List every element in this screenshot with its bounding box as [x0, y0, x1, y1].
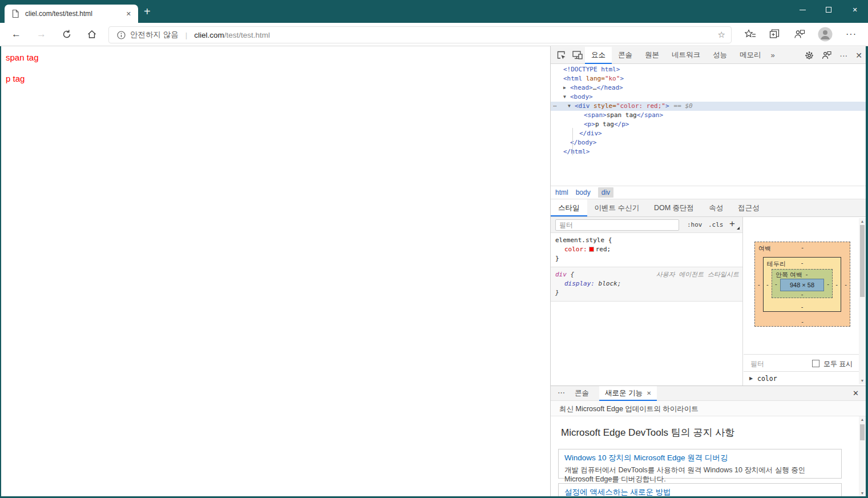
- box-model-border[interactable]: 테두리 - - - - 안쪽 여백 - - - - 948 × 58: [763, 257, 841, 312]
- tree-line-p[interactable]: <p>p tag</p>: [551, 120, 866, 129]
- tab-event-listeners[interactable]: 이벤트 수신기: [587, 199, 647, 216]
- tab-elements[interactable]: 요소: [585, 47, 612, 64]
- new-style-rule-button[interactable]: +: [729, 218, 735, 230]
- scroll-up-icon[interactable]: ▲: [859, 416, 866, 423]
- not-secure-info-icon[interactable]: [117, 31, 126, 39]
- tab-dom-breakpoints[interactable]: DOM 중단점: [647, 199, 701, 216]
- box-model-padding[interactable]: 안쪽 여백 - - - - 948 × 58: [772, 269, 833, 298]
- scroll-down-icon[interactable]: ▼: [859, 490, 866, 496]
- computed-color-section[interactable]: ▶ color: [744, 371, 859, 385]
- breadcrumb-div[interactable]: div: [598, 187, 613, 198]
- tab-properties[interactable]: 속성: [701, 199, 730, 216]
- news-link[interactable]: Windows 10 장치의 Microsoft Edge 원격 디버깅: [564, 453, 835, 463]
- add-favorite-star-icon[interactable]: ☆: [718, 30, 725, 40]
- window-frame-left: [0, 46, 1, 498]
- styles-filter-bar: :hov .cls +: [551, 217, 742, 233]
- drawer-scrollbar[interactable]: ▲ ▼: [859, 416, 866, 496]
- tree-line-span[interactable]: <span>span tag</span>: [551, 111, 866, 120]
- collapse-icon[interactable]: ▼: [568, 102, 575, 111]
- show-all-label: 모두 표시: [823, 359, 853, 369]
- browser-tab[interactable]: cliel.com/test/test.html ✕: [5, 5, 138, 23]
- scroll-down-icon[interactable]: ▼: [859, 377, 866, 384]
- url-path: /test/test.html: [224, 31, 718, 39]
- tab-console[interactable]: 콘솔: [612, 47, 639, 64]
- class-button[interactable]: .cls: [708, 221, 724, 228]
- scrollbar-thumb[interactable]: [860, 225, 865, 297]
- tree-line-html-open[interactable]: <html lang="ko">: [551, 74, 866, 83]
- color-swatch[interactable]: [589, 247, 594, 252]
- style-origin-label: 사용자 에이전트 스타일시트: [656, 270, 739, 279]
- back-button[interactable]: ←: [11, 29, 21, 40]
- devtools-more-icon[interactable]: ···: [839, 51, 847, 60]
- devtools-panel: 요소 콘솔 원본 네트워크 성능 메모리 » ··· ✕ <!DOCTYPE h…: [551, 47, 866, 496]
- show-all-checkbox[interactable]: [812, 360, 819, 367]
- tab-network[interactable]: 네트워크: [665, 47, 706, 64]
- minimize-button[interactable]: [789, 0, 815, 19]
- devtools-drawer: ⋯ 콘솔 새로운 기능✕ ✕ 최신 Microsoft Edge 업데이트의 하…: [551, 385, 866, 496]
- close-drawer-tab-icon[interactable]: ✕: [647, 390, 651, 396]
- tree-line-body-open[interactable]: ▼<body>: [551, 93, 866, 102]
- news-card-settings-access[interactable]: 설정에 액세스하는 새로운 방법: [558, 483, 842, 496]
- element-style-rule[interactable]: element.style { color:red; }: [551, 233, 742, 267]
- collapse-icon[interactable]: ▼: [563, 93, 570, 102]
- tab-memory[interactable]: 메모리: [733, 47, 768, 64]
- devtools-feedback-icon[interactable]: [822, 51, 831, 60]
- settings-gear-icon[interactable]: [805, 51, 814, 60]
- hover-state-button[interactable]: :hov: [687, 221, 703, 228]
- title-bar: cliel.com/test/test.html ✕ + ✕: [0, 0, 868, 23]
- page-favicon-icon: [11, 9, 19, 18]
- box-model-content[interactable]: 948 × 58: [780, 279, 824, 291]
- device-toolbar-icon[interactable]: [572, 51, 583, 59]
- drawer-tab-console[interactable]: 콘솔: [569, 386, 595, 401]
- settings-more-button[interactable]: ···: [846, 29, 857, 39]
- breadcrumb-html[interactable]: html: [555, 188, 568, 196]
- user-agent-rule[interactable]: 사용자 에이전트 스타일시트 div { display: block; }: [551, 267, 742, 302]
- collections-button[interactable]: [769, 29, 780, 40]
- computed-filter-input[interactable]: 필터: [750, 359, 764, 369]
- tab-styles[interactable]: 스타일: [551, 199, 587, 216]
- close-window-button[interactable]: ✕: [842, 0, 868, 19]
- new-tab-button[interactable]: +: [144, 6, 151, 17]
- feedback-button[interactable]: [794, 29, 805, 40]
- update-highlights-label: 최신 Microsoft Edge 업데이트의 하이라이트: [559, 404, 699, 414]
- tree-line-doctype[interactable]: <!DOCTYPE html>: [551, 65, 866, 74]
- devtools-close-icon[interactable]: ✕: [855, 51, 862, 60]
- breadcrumb-body[interactable]: body: [576, 188, 591, 196]
- inspect-element-icon[interactable]: [556, 50, 566, 60]
- url-separator: |: [185, 31, 187, 39]
- maximize-button[interactable]: [815, 0, 842, 19]
- news-card-remote-debugging[interactable]: Windows 10 장치의 Microsoft Edge 원격 디버깅 개발 …: [558, 449, 842, 479]
- box-model-margin[interactable]: 여백 - - - - 테두리 - - - - 안쪽 여백 - - - - 948…: [754, 242, 850, 327]
- tree-line-head[interactable]: ▶<head>…</head>: [551, 83, 866, 93]
- favorites-bar-button[interactable]: [745, 29, 756, 39]
- styles-tab-strip: 스타일 이벤트 수신기 DOM 중단점 속성 접근성: [551, 199, 866, 217]
- drawer-tab-whats-new[interactable]: 새로운 기능✕: [599, 386, 657, 401]
- drawer-more-icon[interactable]: ⋯: [558, 388, 566, 397]
- styles-filter-input[interactable]: [555, 219, 679, 231]
- scroll-up-icon[interactable]: ▲: [859, 218, 866, 225]
- drawer-tab-strip: ⋯ 콘솔 새로운 기능✕ ✕: [551, 386, 866, 401]
- expand-icon[interactable]: ▶: [563, 83, 570, 93]
- tab-close-icon[interactable]: ✕: [124, 9, 134, 19]
- security-label: 안전하지 않음: [130, 30, 179, 40]
- home-button[interactable]: [87, 29, 97, 39]
- layout-scrollbar[interactable]: ▲ ▼: [859, 218, 866, 384]
- tab-performance[interactable]: 성능: [706, 47, 733, 64]
- profile-avatar[interactable]: [818, 27, 833, 42]
- window-controls: ✕: [789, 0, 868, 19]
- expand-icon[interactable]: ▶: [749, 376, 753, 381]
- address-bar[interactable]: 안전하지 않음 | cliel.com /test/test.html ☆: [108, 26, 732, 43]
- news-link[interactable]: 설정에 액세스하는 새로운 방법: [564, 487, 835, 496]
- more-tabs-icon[interactable]: »: [768, 47, 778, 64]
- refresh-button[interactable]: [62, 29, 72, 39]
- tab-accessibility[interactable]: 접근성: [730, 199, 767, 216]
- scrollbar-thumb[interactable]: [860, 424, 865, 440]
- tree-line-div-selected[interactable]: ⋯▼<div style="color: red;">== $0: [551, 102, 866, 111]
- tree-line-body-close[interactable]: </body>: [551, 138, 866, 147]
- drawer-close-icon[interactable]: ✕: [853, 389, 859, 397]
- node-menu-dots-icon[interactable]: ⋯: [553, 102, 558, 111]
- tree-line-div-close[interactable]: </div>: [551, 129, 866, 138]
- tab-sources[interactable]: 원본: [639, 47, 665, 64]
- tree-line-html-close[interactable]: </html>: [551, 147, 866, 156]
- forward-button[interactable]: →: [37, 29, 46, 40]
